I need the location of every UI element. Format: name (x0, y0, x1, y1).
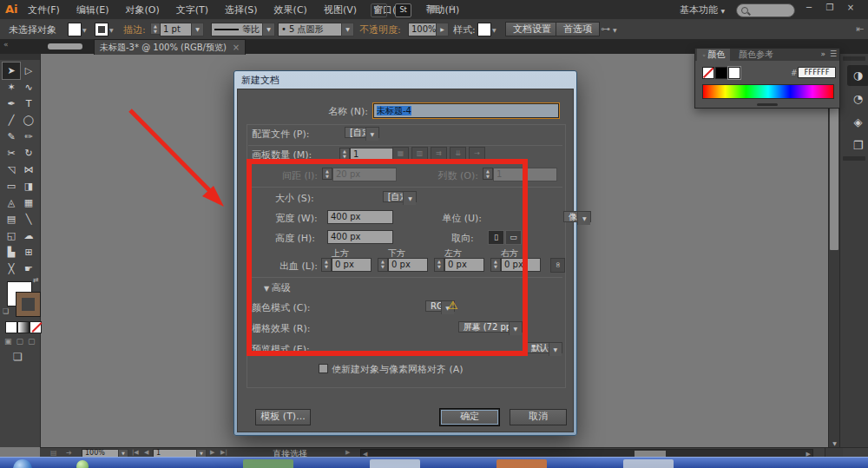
change-order-button[interactable]: → (469, 147, 485, 161)
close-button[interactable]: × (842, 3, 859, 12)
size-dropdown[interactable]: [自定]▼ (383, 191, 418, 202)
scale-tool[interactable]: ◹ (3, 161, 20, 178)
menu-view[interactable]: 视图(V) (324, 3, 357, 16)
ellipse-tool[interactable]: ◯ (20, 112, 37, 129)
free-transform-tool[interactable]: ▭ (3, 178, 20, 194)
opacity-arrow[interactable]: ▶ (436, 23, 449, 36)
template-button[interactable]: 模板 (T)... (255, 409, 311, 425)
black-swatch[interactable] (715, 67, 727, 79)
panel-resize-handle[interactable] (757, 103, 778, 106)
start-button[interactable] (13, 459, 32, 468)
bleed-stepper[interactable]: ▲▼ (378, 258, 388, 272)
tools-panel-header[interactable] (0, 54, 40, 60)
taskbar-app-1[interactable] (243, 459, 293, 468)
scissors-tool[interactable]: ✂ (3, 145, 20, 161)
none-mode-button[interactable] (30, 321, 42, 333)
menu-type[interactable]: 文字(T) (176, 3, 208, 16)
artboard-tool[interactable]: ⊞ (20, 244, 37, 260)
stroke-profile-arrow[interactable]: ▼ (262, 23, 275, 36)
first-artboard-icon[interactable]: |◀ (132, 449, 139, 456)
opacity-label[interactable]: 不透明度: (359, 23, 401, 36)
lasso-tool[interactable]: ∿ (20, 79, 37, 96)
bleed-stepper[interactable]: ▲▼ (321, 258, 332, 272)
symbol-sprayer-tool[interactable]: ☁ (20, 227, 37, 244)
draw-behind-icon[interactable]: ▢ (16, 337, 24, 346)
paintbrush-tool[interactable]: ✎ (3, 129, 20, 145)
brush-dropdown[interactable]: • 5 点圆形 (278, 23, 345, 36)
line-segment-tool[interactable]: ╱ (3, 112, 20, 129)
color-panel-icon[interactable]: ◑ (847, 65, 868, 86)
stroke-weight-field[interactable]: 1 pt (160, 23, 193, 36)
default-colors-icon[interactable]: ❏ (3, 307, 9, 315)
stroke-weight-label[interactable]: 描边: (123, 23, 146, 36)
taskbar-app-3[interactable] (496, 459, 547, 468)
hex-value-field[interactable]: FFFFFF (798, 67, 836, 78)
bridge-icon[interactable]: Br (371, 3, 387, 17)
restore-button[interactable]: ❐ (821, 3, 838, 12)
menu-effect[interactable]: 效果(C) (274, 3, 307, 16)
advanced-disclosure[interactable]: ▼ 高级 (264, 281, 291, 294)
status-export-icon[interactable]: ➔ (66, 449, 72, 457)
width-tool[interactable]: ⋈ (20, 161, 37, 178)
bleed-top[interactable]: 上方 ▲▼0 px (321, 247, 375, 272)
next-artboard-icon[interactable]: ▶ (210, 449, 214, 456)
magic-wand-tool[interactable]: ✶ (3, 79, 20, 96)
bleed-left[interactable]: 左方 ▲▼0 px (434, 247, 488, 272)
stroke-weight-dropdown[interactable]: ▼ (191, 23, 204, 36)
swap-colors-icon[interactable]: ⇄ (33, 276, 39, 284)
unit-dropdown[interactable]: 像素▼ (563, 211, 591, 222)
collapse-panel-icon[interactable]: » (820, 49, 825, 58)
eyedropper-tool[interactable]: ╲ (20, 211, 37, 227)
preview-dropdown[interactable]: 默认值▼ (526, 342, 562, 353)
grid-by-row-button[interactable]: ▦ (392, 147, 409, 161)
brush-arrow[interactable]: ▼ (341, 23, 354, 36)
arrange-by-column-button[interactable]: ⇊ (450, 147, 466, 161)
preferences-button[interactable]: 首选项 (556, 22, 600, 36)
gradient-mode-button[interactable] (17, 321, 30, 333)
grid-by-column-button[interactable]: ▥ (411, 147, 428, 161)
bleed-right[interactable]: 右方 ▲▼0 px (490, 247, 544, 272)
panel-menu-icon[interactable]: ☰ (830, 49, 837, 58)
menu-select[interactable]: 选择(S) (225, 3, 258, 16)
arrange-by-row-button[interactable]: ⇉ (431, 147, 447, 161)
document-tab[interactable]: 未标题-3* @ 100% (RGB/预览) × (94, 39, 246, 55)
collapse-controlbar-icon[interactable]: ⇤ (856, 23, 864, 35)
stroke-dropdown-icon[interactable]: ▼ (109, 27, 114, 33)
tab-color-guide[interactable]: 颜色参考 (733, 49, 779, 61)
none-swatch[interactable] (702, 67, 714, 79)
stroke-profile-dropdown[interactable]: 等比 (211, 23, 266, 36)
artboards-panel-icon[interactable]: ❐ (847, 135, 868, 156)
color-guide-panel-icon[interactable]: ◔ (847, 89, 868, 109)
last-artboard-icon[interactable]: ▶| (220, 449, 227, 456)
name-field[interactable]: 未标题-4 (373, 103, 559, 118)
orientation-landscape-button[interactable]: ▭ (505, 230, 522, 245)
ok-button[interactable]: 确定 (440, 409, 499, 425)
profile-dropdown[interactable]: [自定]▼ (345, 127, 379, 138)
search-input[interactable] (736, 3, 795, 17)
align-icon[interactable]: ⊶ (601, 23, 610, 35)
mesh-tool[interactable]: ▦ (20, 194, 37, 211)
layers-panel-icon[interactable]: ◈ (847, 112, 868, 133)
perspective-grid-tool[interactable]: ◬ (3, 194, 20, 211)
taskbar-tray-icon[interactable] (76, 460, 89, 468)
toolbar-drag-pill[interactable] (48, 43, 82, 49)
workspace-switcher[interactable]: 基本功能 ▼ (680, 3, 725, 16)
shape-builder-tool[interactable]: ◨ (20, 178, 37, 194)
menu-edit[interactable]: 编辑(E) (76, 3, 109, 16)
height-field[interactable]: 400 px (327, 230, 393, 244)
document-setup-button[interactable]: 文档设置 (505, 22, 559, 36)
style-swatch[interactable] (477, 23, 491, 36)
taskbar-app-2[interactable] (370, 459, 420, 468)
gradient-tool[interactable]: ▤ (3, 211, 20, 227)
artboards-field[interactable]: 1 (350, 148, 395, 161)
slice-tool[interactable]: ╳ (3, 260, 20, 277)
width-field[interactable]: 400 px (327, 210, 393, 224)
taskbar-app-4[interactable] (623, 459, 674, 468)
collapse-panels-icon[interactable]: « (3, 40, 9, 49)
status-expand-icon[interactable]: ▶ (345, 449, 350, 456)
stroke-swatch[interactable] (95, 23, 108, 36)
draw-inside-icon[interactable]: ▢ (28, 337, 36, 346)
stroke-color-swatch[interactable] (16, 292, 41, 317)
menu-file[interactable]: 文件(F) (28, 3, 60, 16)
raster-dropdown[interactable]: 屏幕 (72 ppi)▼ (458, 321, 523, 333)
